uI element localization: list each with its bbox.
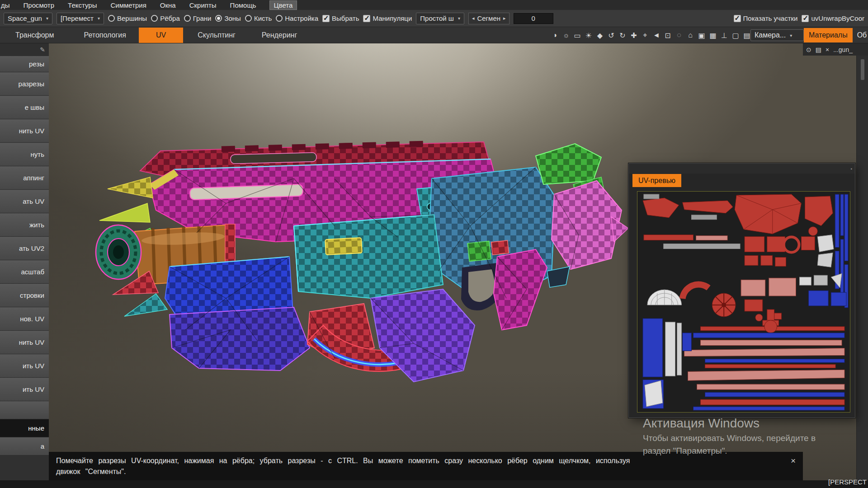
uv-preview-canvas[interactable] [637, 191, 850, 413]
seam-type-value: Простой ш [420, 14, 454, 22]
tab-transform[interactable]: Трансформ [15, 31, 54, 39]
uv-script-toggle[interactable]: uvUnwrapByCoor [802, 14, 864, 22]
grid-icon[interactable]: ▦ [709, 31, 717, 40]
menu-item-colors[interactable]: Цвета [270, 1, 297, 9]
sidebar-item-9[interactable]: асштаб [0, 260, 49, 284]
sidebar-item-17[interactable]: а [0, 437, 49, 455]
radio-icon[interactable] [184, 15, 191, 22]
uv-preview-tab[interactable]: UV-превью [632, 174, 681, 187]
segments-spinner[interactable]: ◂ Сегмен ▸ [468, 13, 509, 24]
sidebar-item-5[interactable]: аппинг [0, 166, 49, 190]
status-message-line2: движок "Сегменты". [56, 466, 796, 477]
menu-item-windows[interactable]: Окна [160, 1, 176, 9]
sidebar-item-4[interactable]: нуть [0, 143, 49, 166]
radio-label: Вершины [117, 14, 147, 22]
checkbox-icon[interactable] [802, 15, 809, 22]
tab-rendering[interactable]: Рендеринг [262, 31, 297, 39]
axis-icon[interactable]: ⊥ [720, 31, 728, 40]
sidebar-item-13[interactable]: ить UV [0, 354, 49, 378]
select-arrow-icon[interactable]: ◄ [652, 31, 660, 39]
tab-objects[interactable]: Об [857, 31, 867, 39]
sidebar-item-10[interactable]: стровки [0, 284, 49, 307]
rotate-ccw-icon[interactable]: ↺ [607, 31, 615, 40]
rotate-cw-icon[interactable]: ↻ [618, 31, 627, 40]
radio-brush[interactable]: Кисть [245, 14, 272, 22]
segments-value-field[interactable]: 0 [514, 13, 553, 24]
sidebar-item-6[interactable]: ать UV [0, 190, 49, 213]
show-patches-checkbox[interactable]: Показать участки [734, 14, 798, 22]
menu-item-help[interactable]: Помощь [230, 1, 256, 9]
radio-icon[interactable] [108, 15, 115, 22]
chevron-down-icon: ▾ [98, 16, 100, 21]
menu-item-scripts[interactable]: Скрипты [189, 1, 217, 9]
close-icon[interactable]: × [826, 46, 829, 53]
sidebar-item-8[interactable]: ать UV2 [0, 237, 49, 260]
chevron-down-icon: ▾ [790, 33, 792, 38]
sidebar-item-11[interactable]: нов. UV [0, 307, 49, 331]
select-checkbox[interactable]: Выбрать [322, 14, 359, 22]
uv-preview-titlebar[interactable]: ▪ [629, 164, 855, 174]
contrast-icon[interactable]: ◑ [551, 31, 559, 39]
gun-model-3d[interactable] [81, 136, 633, 389]
sidebar-item-3[interactable]: нить UV [0, 119, 49, 143]
radio-vertices[interactable]: Вершины [108, 14, 147, 22]
sidebar-item-2[interactable]: е швы [0, 96, 49, 119]
tool-dropdown[interactable]: [Перемест ▾ [57, 13, 104, 24]
marquee-icon[interactable]: ▭ [573, 31, 581, 40]
eye-icon[interactable]: ⊙ [806, 46, 811, 53]
sidebar-item-16[interactable]: нные [0, 419, 49, 437]
tab-materials[interactable]: Материалы [804, 28, 853, 42]
right-panel-tabs: Материалы Об [804, 27, 867, 43]
sidebar-item-7[interactable]: жить [0, 213, 49, 237]
menu-item-symmetry[interactable]: Симметрия [110, 1, 146, 9]
manipulator-checkbox[interactable]: Манипуляци [363, 14, 412, 22]
menu-item-view[interactable]: Просмотр [24, 1, 55, 9]
checkbox-icon[interactable] [322, 15, 330, 22]
sidebar-item-14[interactable]: ить UV [0, 378, 49, 401]
window-corner-icon[interactable]: ▪ [850, 166, 852, 171]
spinner-right-icon[interactable]: ▸ [503, 15, 506, 21]
radio-icon[interactable] [245, 15, 252, 22]
checkbox-icon[interactable] [734, 15, 741, 22]
sidebar-item-0[interactable]: резы [0, 56, 49, 72]
lasso-icon[interactable]: ◌ [675, 31, 683, 39]
radio-settings[interactable]: Настройка [276, 14, 318, 22]
target-icon[interactable]: ⌖ [641, 31, 649, 39]
menu-item-commands[interactable]: ды [1, 1, 10, 9]
radio-islands[interactable]: Зоны [215, 14, 241, 22]
frame-icon[interactable]: ▢ [731, 31, 740, 40]
material-row[interactable]: ⊙ ▤ × ...gun_ [803, 43, 868, 56]
scrollbar-thumb[interactable] [861, 59, 864, 80]
radio-icon[interactable] [151, 15, 158, 22]
sun-icon[interactable]: ☀ [585, 31, 593, 40]
texture-icon[interactable]: ▤ [816, 46, 821, 53]
droplet-icon[interactable]: ◆ [596, 31, 604, 40]
sidebar-item-1[interactable]: разрезы [0, 72, 49, 96]
sidebar-item-12[interactable]: нить UV [0, 331, 49, 354]
image-icon[interactable]: ▤ [743, 31, 751, 40]
preset-dropdown[interactable]: Space_gun ▾ [4, 13, 52, 24]
cube-icon[interactable]: ▣ [698, 31, 706, 40]
radio-faces[interactable]: Грани [184, 14, 212, 22]
close-icon[interactable]: × [791, 455, 796, 466]
pencil-icon: ✎ [40, 46, 45, 53]
uv-preview-window[interactable]: ▪ UV-превью [628, 163, 855, 418]
radio-icon[interactable] [276, 15, 283, 22]
seam-type-dropdown[interactable]: Простой ш ▾ [416, 13, 464, 24]
uv-script-label: uvUnwrapByCoor [811, 14, 864, 22]
tab-sculpting[interactable]: Скульптинг [198, 31, 236, 39]
tab-retopology[interactable]: Ретопология [84, 31, 126, 39]
tab-uv[interactable]: UV [139, 28, 183, 43]
home-icon[interactable]: ⌂ [686, 31, 694, 39]
camera-dropdown[interactable]: Камера... ▾ [750, 29, 804, 41]
pan-icon[interactable]: ✚ [630, 31, 638, 40]
spinner-left-icon[interactable]: ◂ [472, 15, 475, 21]
brightness-icon[interactable]: ☼ [562, 31, 570, 39]
sidebar-item-15[interactable] [0, 401, 49, 419]
status-bar: Помечайте разрезы UV-координат, нажимая … [49, 452, 803, 480]
checkbox-icon[interactable] [363, 15, 370, 22]
radio-edges[interactable]: Рёбра [151, 14, 180, 22]
crop-icon[interactable]: ⊡ [664, 31, 672, 40]
radio-icon[interactable] [215, 15, 222, 22]
menu-item-textures[interactable]: Текстуры [68, 1, 97, 9]
